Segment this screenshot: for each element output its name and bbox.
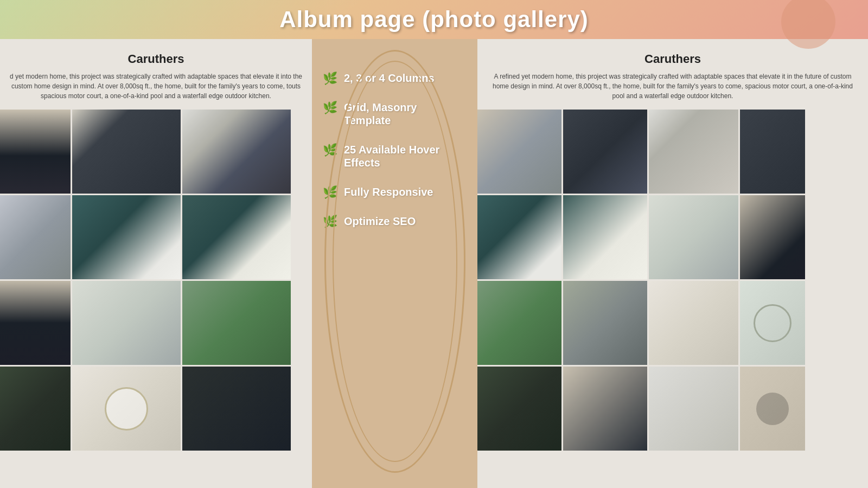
feature-text-1: 2, 3 or 4 Columns bbox=[344, 72, 435, 85]
right-photo-grid bbox=[477, 110, 868, 451]
photo-cell[interactable] bbox=[72, 110, 181, 194]
header: Album page (photo gallery) bbox=[0, 0, 868, 39]
feature-item-1: 🌿 2, 3 or 4 Columns bbox=[323, 72, 467, 85]
feature-icon-5: 🌿 bbox=[323, 216, 337, 228]
photo-cell[interactable] bbox=[0, 367, 71, 451]
feature-item-4: 🌿 Fully Responsive bbox=[323, 185, 467, 198]
right-gallery-title: Caruthers bbox=[486, 52, 859, 66]
photo-cell[interactable] bbox=[0, 281, 71, 365]
photo-cell[interactable] bbox=[477, 367, 561, 451]
photo-cell[interactable] bbox=[477, 195, 561, 279]
photo-cell[interactable] bbox=[72, 367, 181, 451]
photo-cell[interactable] bbox=[182, 195, 291, 279]
photo-cell[interactable] bbox=[182, 110, 291, 194]
feature-icon-4: 🌿 bbox=[323, 187, 337, 198]
photo-cell[interactable] bbox=[563, 110, 647, 194]
feature-item-3: 🌿 25 Available Hover Effects bbox=[323, 143, 467, 169]
center-features-panel: 🌿 2, 3 or 4 Columns 🌿 Grid, Masonry Temp… bbox=[312, 39, 477, 488]
left-gallery-desc: d yet modern home, this project was stra… bbox=[9, 72, 303, 101]
left-photo-grid bbox=[0, 110, 312, 451]
photo-cell[interactable] bbox=[740, 195, 805, 279]
feature-icon-2: 🌿 bbox=[323, 102, 337, 114]
photo-cell[interactable] bbox=[563, 281, 647, 365]
photo-cell[interactable] bbox=[740, 367, 805, 451]
left-gallery-header: Caruthers d yet modern home, this projec… bbox=[0, 39, 312, 110]
photo-cell[interactable] bbox=[563, 195, 647, 279]
features-list: 🌿 2, 3 or 4 Columns 🌿 Grid, Masonry Temp… bbox=[312, 39, 477, 244]
right-gallery-desc: A refined yet modern home, this project … bbox=[486, 72, 859, 101]
page-title: Album page (photo gallery) bbox=[279, 7, 589, 33]
photo-cell[interactable] bbox=[0, 195, 71, 279]
photo-cell[interactable] bbox=[72, 281, 181, 365]
photo-cell[interactable] bbox=[0, 110, 71, 194]
feature-item-5: 🌿 Optimize SEO bbox=[323, 215, 467, 228]
photo-cell[interactable] bbox=[563, 367, 647, 451]
feature-item-2: 🌿 Grid, Masonry Template bbox=[323, 101, 467, 127]
feature-text-2: Grid, Masonry Template bbox=[344, 101, 467, 127]
right-gallery-header: Caruthers A refined yet modern home, thi… bbox=[477, 39, 868, 110]
feature-text-3: 25 Available Hover Effects bbox=[344, 143, 467, 169]
photo-cell[interactable] bbox=[477, 281, 561, 365]
photo-cell[interactable] bbox=[182, 367, 291, 451]
photo-cell[interactable] bbox=[740, 281, 805, 365]
feature-text-5: Optimize SEO bbox=[344, 215, 416, 228]
photo-cell[interactable] bbox=[649, 367, 738, 451]
feature-text-4: Fully Responsive bbox=[344, 185, 433, 198]
photo-cell[interactable] bbox=[649, 195, 738, 279]
main-layout: Caruthers d yet modern home, this projec… bbox=[0, 39, 868, 488]
photo-cell[interactable] bbox=[740, 110, 805, 194]
left-gallery-panel: Caruthers d yet modern home, this projec… bbox=[0, 39, 312, 488]
feature-icon-3: 🌿 bbox=[323, 144, 337, 156]
left-gallery-title: Caruthers bbox=[9, 52, 303, 66]
photo-cell[interactable] bbox=[649, 281, 738, 365]
feature-icon-1: 🌿 bbox=[323, 73, 337, 85]
photo-cell[interactable] bbox=[477, 110, 561, 194]
right-gallery-panel: Caruthers A refined yet modern home, thi… bbox=[477, 39, 868, 488]
photo-cell[interactable] bbox=[182, 281, 291, 365]
photo-cell[interactable] bbox=[649, 110, 738, 194]
photo-cell[interactable] bbox=[72, 195, 181, 279]
